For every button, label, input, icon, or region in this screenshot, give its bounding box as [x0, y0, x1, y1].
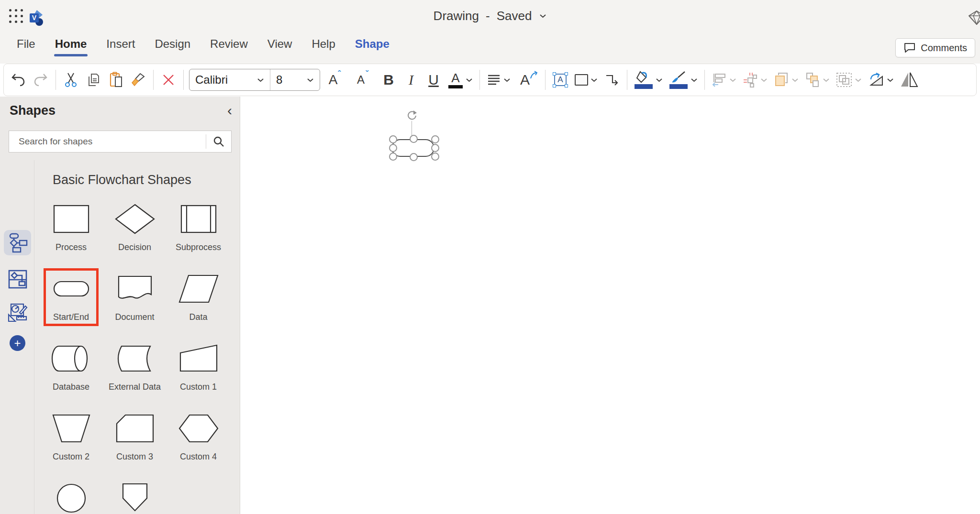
- font-size-dropdown[interactable]: 8: [270, 69, 320, 90]
- menu-tab-help[interactable]: Help: [312, 37, 335, 56]
- shape-grid: ProcessDecisionSubprocessStart/EndDocume…: [34, 204, 226, 514]
- text-orientation-button[interactable]: A: [515, 67, 540, 92]
- font-controls: Calibri 8: [189, 69, 320, 91]
- toolbar-divider: [704, 70, 705, 90]
- resize-handle-top-left[interactable]: [389, 135, 397, 143]
- chevron-down-icon[interactable]: [791, 78, 799, 82]
- process-shape-icon: [51, 204, 91, 234]
- resize-handle-bottom-left[interactable]: [389, 153, 397, 161]
- rotate-button[interactable]: [867, 67, 895, 92]
- chevron-down-icon[interactable]: [503, 78, 511, 82]
- stencil-container[interactable]: [4, 266, 31, 292]
- format-painter-button[interactable]: [129, 67, 148, 92]
- resize-handle-bottom-middle[interactable]: [410, 153, 418, 161]
- font-color-button[interactable]: A: [446, 67, 474, 92]
- redo-button[interactable]: [31, 67, 50, 92]
- position-button[interactable]: [741, 67, 769, 92]
- underline-button[interactable]: U: [424, 67, 443, 92]
- stencil-drawing-tools[interactable]: [4, 300, 31, 325]
- chevron-down-icon[interactable]: [539, 14, 546, 18]
- add-stencil-button[interactable]: +: [10, 335, 25, 351]
- resize-handle-top-right[interactable]: [431, 135, 439, 143]
- shape-item-subprocess[interactable]: Subprocess: [167, 204, 230, 252]
- menu-tab-design[interactable]: Design: [155, 37, 190, 56]
- toolbar-divider: [479, 70, 480, 90]
- grow-font-button[interactable]: Aˆ: [323, 67, 348, 92]
- menu-tab-insert[interactable]: Insert: [106, 37, 135, 56]
- send-backward-button[interactable]: [803, 67, 831, 92]
- shape-item-data[interactable]: Data: [167, 274, 230, 322]
- shape-item-onpage[interactable]: On-page: [39, 483, 103, 514]
- shape-item-process[interactable]: Process: [39, 204, 103, 252]
- shape-style-button[interactable]: [573, 67, 599, 92]
- chevron-down-icon[interactable]: [823, 78, 830, 82]
- resize-handle-bottom-right[interactable]: [431, 153, 439, 161]
- shape-item-database[interactable]: Database: [39, 344, 103, 392]
- document-shape-icon: [115, 274, 155, 304]
- chevron-down-icon: [257, 78, 264, 82]
- toolbar-divider: [545, 70, 546, 90]
- paste-button[interactable]: [106, 67, 125, 92]
- chevron-down-icon[interactable]: [690, 78, 698, 82]
- italic-glyph: I: [409, 73, 413, 87]
- rotation-handle[interactable]: [406, 110, 418, 123]
- custom4-shape-icon: [178, 414, 219, 443]
- delete-button[interactable]: [159, 67, 178, 92]
- shape-item-offpage[interactable]: Off-page: [103, 483, 167, 514]
- flip-button[interactable]: [899, 67, 921, 92]
- chevron-down-icon[interactable]: [590, 78, 598, 82]
- menu-tab-review[interactable]: Review: [210, 37, 248, 56]
- rectangle-icon: [575, 74, 588, 86]
- shape-outline-button[interactable]: [668, 67, 699, 92]
- align-objects-button[interactable]: [710, 67, 738, 92]
- connector-button[interactable]: [602, 67, 622, 92]
- align-text-button[interactable]: [485, 67, 512, 92]
- shape-item-external[interactable]: External Data: [103, 344, 167, 392]
- shape-item-custom3[interactable]: Custom 3: [103, 414, 167, 462]
- cut-button[interactable]: [61, 67, 80, 92]
- shape-item-label: Start/End: [53, 312, 89, 322]
- shape-search-input[interactable]: [9, 136, 206, 147]
- resize-handle-top-middle[interactable]: [410, 135, 418, 143]
- shapes-panel-title: Shapes: [10, 103, 56, 118]
- collapse-panel-icon[interactable]: ‹: [227, 102, 232, 119]
- chevron-down-icon[interactable]: [466, 78, 473, 82]
- chevron-down-icon[interactable]: [887, 78, 894, 82]
- stencil-basic-flowchart[interactable]: [4, 230, 31, 255]
- shape-item-startend[interactable]: Start/End: [39, 274, 103, 322]
- ribbon-toolbar: Calibri 8 Aˆ Aˇ B I U A A: [3, 64, 977, 96]
- bring-forward-button[interactable]: [772, 67, 800, 92]
- shape-item-document[interactable]: Document: [103, 274, 167, 322]
- menu-tab-file[interactable]: File: [17, 37, 35, 56]
- font-color-icon: A: [448, 72, 463, 88]
- chevron-down-icon[interactable]: [760, 78, 768, 82]
- resize-handle-middle-right[interactable]: [431, 144, 439, 152]
- chevron-down-icon[interactable]: [729, 78, 736, 82]
- undo-button[interactable]: [9, 67, 28, 92]
- bold-button[interactable]: B: [379, 67, 398, 92]
- shape-item-custom4[interactable]: Custom 4: [167, 414, 230, 462]
- chevron-down-icon[interactable]: [656, 78, 663, 82]
- fill-color-button[interactable]: [633, 67, 664, 92]
- shapes-panel-header: Shapes ‹: [0, 97, 240, 123]
- group-button[interactable]: [835, 67, 863, 92]
- shape-item-custom1[interactable]: Custom 1: [167, 344, 230, 392]
- italic-button[interactable]: I: [401, 67, 421, 92]
- shrink-font-button[interactable]: Aˇ: [351, 67, 376, 92]
- text-box-button[interactable]: A: [551, 67, 570, 92]
- menu-tab-home[interactable]: Home: [55, 37, 87, 56]
- font-size-value: 8: [276, 73, 282, 87]
- document-title[interactable]: Drawing - Saved: [0, 9, 980, 23]
- shape-item-custom2[interactable]: Custom 2: [39, 414, 103, 462]
- bold-glyph: B: [383, 73, 394, 87]
- search-button[interactable]: [206, 131, 231, 152]
- chevron-down-icon[interactable]: [855, 78, 862, 82]
- menu-tab-shape[interactable]: Shape: [355, 37, 390, 56]
- menu-tab-view[interactable]: View: [267, 37, 292, 56]
- font-name-dropdown[interactable]: Calibri: [189, 69, 270, 90]
- resize-handle-middle-left[interactable]: [389, 144, 397, 152]
- shape-item-decision[interactable]: Decision: [103, 204, 167, 252]
- copy-button[interactable]: [84, 67, 103, 92]
- drawing-canvas[interactable]: [241, 97, 980, 514]
- comments-button[interactable]: Comments: [895, 38, 975, 57]
